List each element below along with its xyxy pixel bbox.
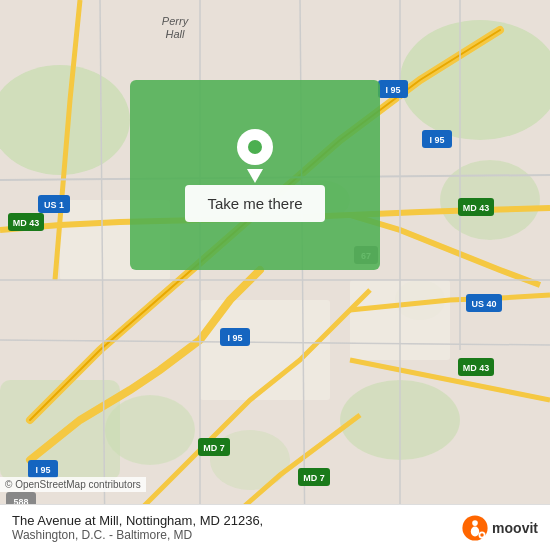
svg-text:I 95: I 95: [227, 333, 242, 343]
svg-point-53: [480, 533, 484, 537]
map-container: I 95 I 95 I 95 I 95 US 1 MD 43 MD 43 MD …: [0, 0, 550, 550]
svg-text:MD 43: MD 43: [13, 218, 40, 228]
osm-attribution: © OpenStreetMap contributors: [0, 477, 146, 492]
svg-text:I 95: I 95: [35, 465, 50, 475]
svg-text:US 1: US 1: [44, 200, 64, 210]
svg-text:Hall: Hall: [166, 28, 186, 40]
svg-text:I 95: I 95: [429, 135, 444, 145]
svg-text:MD 7: MD 7: [203, 443, 225, 453]
svg-text:Perry: Perry: [162, 15, 190, 27]
address-line: The Avenue at Mill, Nottingham, MD 21236…: [12, 513, 263, 528]
svg-text:I 95: I 95: [385, 85, 400, 95]
moovit-logo: moovit: [461, 514, 538, 542]
svg-text:US 40: US 40: [471, 299, 496, 309]
svg-text:MD 7: MD 7: [303, 473, 325, 483]
moovit-icon: [461, 514, 489, 542]
attribution-text: © OpenStreetMap contributors: [5, 479, 141, 490]
map-pin: [237, 129, 273, 175]
svg-point-6: [105, 395, 195, 465]
take-me-there-button[interactable]: Take me there: [185, 185, 324, 222]
svg-text:MD 43: MD 43: [463, 203, 490, 213]
svg-point-50: [472, 520, 478, 526]
address-container: The Avenue at Mill, Nottingham, MD 21236…: [12, 513, 263, 542]
location-overlay: Take me there: [130, 80, 380, 270]
svg-point-51: [471, 526, 479, 536]
bottom-bar: The Avenue at Mill, Nottingham, MD 21236…: [0, 504, 550, 550]
city-line: Washington, D.C. - Baltimore, MD: [12, 528, 263, 542]
svg-text:MD 43: MD 43: [463, 363, 490, 373]
moovit-text: moovit: [492, 520, 538, 536]
